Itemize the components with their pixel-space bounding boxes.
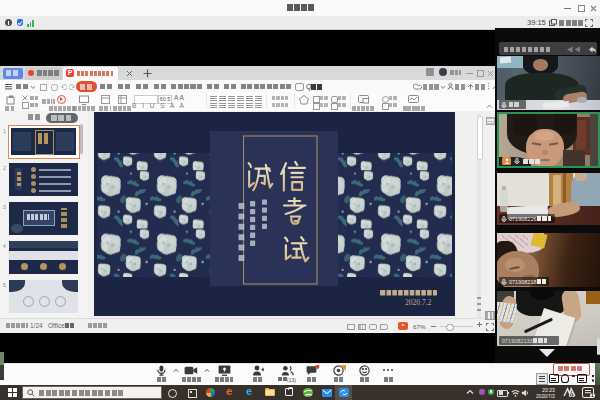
svg-text:2020.7.2: 2020.7.2 bbox=[405, 298, 432, 307]
